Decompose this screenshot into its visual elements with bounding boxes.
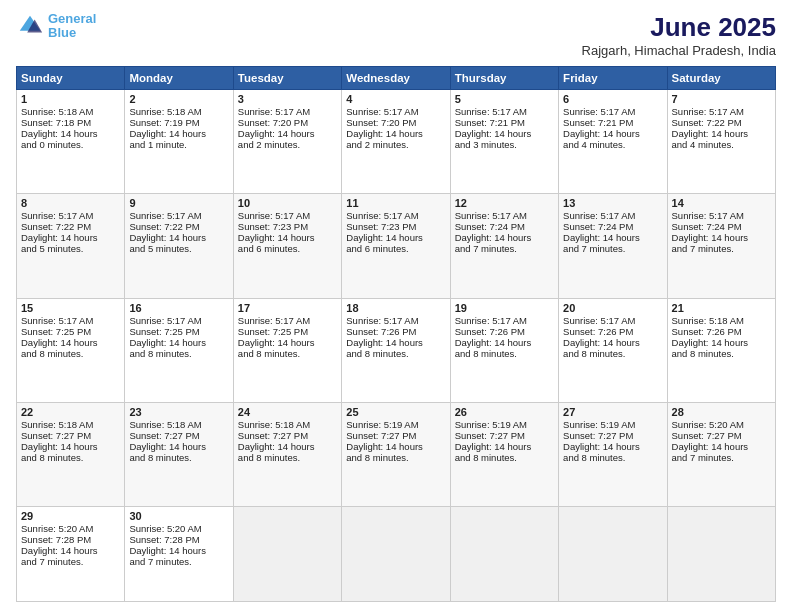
day-number: 7 (672, 93, 771, 105)
cell-line: Sunset: 7:24 PM (672, 221, 771, 232)
cell-line: and 4 minutes. (563, 139, 662, 150)
weekday-header: Monday (125, 67, 233, 90)
cell-line: Daylight: 14 hours (563, 128, 662, 139)
cell-line: Sunset: 7:23 PM (238, 221, 337, 232)
cell-line: Daylight: 14 hours (672, 128, 771, 139)
cell-line: Daylight: 14 hours (238, 128, 337, 139)
cell-line: Daylight: 14 hours (21, 128, 120, 139)
cell-line: Sunrise: 5:19 AM (563, 419, 662, 430)
cell-line: Sunrise: 5:17 AM (129, 315, 228, 326)
calendar-week-row: 1Sunrise: 5:18 AMSunset: 7:18 PMDaylight… (17, 90, 776, 194)
logo-line1: General (48, 11, 96, 26)
cell-line: Sunrise: 5:18 AM (21, 419, 120, 430)
calendar-cell: 12Sunrise: 5:17 AMSunset: 7:24 PMDayligh… (450, 194, 558, 298)
calendar-week-row: 22Sunrise: 5:18 AMSunset: 7:27 PMDayligh… (17, 402, 776, 506)
cell-line: Daylight: 14 hours (346, 337, 445, 348)
main-title: June 2025 (582, 12, 776, 43)
calendar-cell: 24Sunrise: 5:18 AMSunset: 7:27 PMDayligh… (233, 402, 341, 506)
cell-line: Sunrise: 5:17 AM (238, 315, 337, 326)
weekday-header: Tuesday (233, 67, 341, 90)
logo-text: General Blue (48, 12, 96, 41)
day-number: 2 (129, 93, 228, 105)
calendar-cell: 22Sunrise: 5:18 AMSunset: 7:27 PMDayligh… (17, 402, 125, 506)
cell-line: and 6 minutes. (346, 243, 445, 254)
cell-line: and 8 minutes. (129, 452, 228, 463)
cell-line: Sunset: 7:26 PM (672, 326, 771, 337)
cell-line: and 4 minutes. (672, 139, 771, 150)
cell-line: and 1 minute. (129, 139, 228, 150)
day-number: 20 (563, 302, 662, 314)
calendar-week-row: 15Sunrise: 5:17 AMSunset: 7:25 PMDayligh… (17, 298, 776, 402)
cell-line: and 7 minutes. (672, 243, 771, 254)
cell-line: Daylight: 14 hours (455, 441, 554, 452)
cell-line: Daylight: 14 hours (672, 337, 771, 348)
calendar-cell (450, 507, 558, 602)
cell-line: Daylight: 14 hours (238, 441, 337, 452)
cell-line: Sunset: 7:27 PM (21, 430, 120, 441)
day-number: 18 (346, 302, 445, 314)
cell-line: Sunset: 7:27 PM (563, 430, 662, 441)
day-number: 16 (129, 302, 228, 314)
calendar-cell: 15Sunrise: 5:17 AMSunset: 7:25 PMDayligh… (17, 298, 125, 402)
cell-line: Daylight: 14 hours (455, 232, 554, 243)
cell-line: Sunset: 7:26 PM (455, 326, 554, 337)
cell-line: and 8 minutes. (672, 348, 771, 359)
page: General Blue June 2025 Rajgarh, Himachal… (0, 0, 792, 612)
cell-line: Sunrise: 5:17 AM (672, 106, 771, 117)
calendar-cell: 21Sunrise: 5:18 AMSunset: 7:26 PMDayligh… (667, 298, 775, 402)
cell-line: Daylight: 14 hours (129, 441, 228, 452)
cell-line: Sunrise: 5:17 AM (346, 315, 445, 326)
subtitle: Rajgarh, Himachal Pradesh, India (582, 43, 776, 58)
day-number: 24 (238, 406, 337, 418)
cell-line: Sunset: 7:27 PM (238, 430, 337, 441)
day-number: 26 (455, 406, 554, 418)
calendar-cell: 26Sunrise: 5:19 AMSunset: 7:27 PMDayligh… (450, 402, 558, 506)
calendar-cell: 1Sunrise: 5:18 AMSunset: 7:18 PMDaylight… (17, 90, 125, 194)
calendar-cell: 20Sunrise: 5:17 AMSunset: 7:26 PMDayligh… (559, 298, 667, 402)
cell-line: and 8 minutes. (563, 452, 662, 463)
calendar-cell: 25Sunrise: 5:19 AMSunset: 7:27 PMDayligh… (342, 402, 450, 506)
cell-line: Daylight: 14 hours (21, 545, 120, 556)
weekday-header: Friday (559, 67, 667, 90)
day-number: 6 (563, 93, 662, 105)
weekday-header: Saturday (667, 67, 775, 90)
calendar-cell: 2Sunrise: 5:18 AMSunset: 7:19 PMDaylight… (125, 90, 233, 194)
cell-line: and 8 minutes. (21, 348, 120, 359)
cell-line: Sunset: 7:28 PM (21, 534, 120, 545)
cell-line: Sunrise: 5:19 AM (346, 419, 445, 430)
cell-line: Daylight: 14 hours (346, 128, 445, 139)
calendar-cell: 27Sunrise: 5:19 AMSunset: 7:27 PMDayligh… (559, 402, 667, 506)
cell-line: Sunrise: 5:17 AM (346, 210, 445, 221)
day-number: 14 (672, 197, 771, 209)
cell-line: Daylight: 14 hours (129, 545, 228, 556)
cell-line: and 8 minutes. (238, 348, 337, 359)
logo: General Blue (16, 12, 96, 41)
calendar-cell: 9Sunrise: 5:17 AMSunset: 7:22 PMDaylight… (125, 194, 233, 298)
cell-line: Sunset: 7:18 PM (21, 117, 120, 128)
cell-line: Sunset: 7:27 PM (129, 430, 228, 441)
cell-line: Sunset: 7:27 PM (455, 430, 554, 441)
top-area: General Blue June 2025 Rajgarh, Himachal… (16, 12, 776, 58)
calendar-cell: 16Sunrise: 5:17 AMSunset: 7:25 PMDayligh… (125, 298, 233, 402)
cell-line: and 6 minutes. (238, 243, 337, 254)
cell-line: Daylight: 14 hours (346, 232, 445, 243)
calendar-cell: 10Sunrise: 5:17 AMSunset: 7:23 PMDayligh… (233, 194, 341, 298)
cell-line: Daylight: 14 hours (563, 337, 662, 348)
cell-line: Daylight: 14 hours (563, 441, 662, 452)
cell-line: and 7 minutes. (672, 452, 771, 463)
calendar-week-row: 8Sunrise: 5:17 AMSunset: 7:22 PMDaylight… (17, 194, 776, 298)
cell-line: Sunrise: 5:20 AM (129, 523, 228, 534)
cell-line: and 7 minutes. (563, 243, 662, 254)
calendar-cell: 30Sunrise: 5:20 AMSunset: 7:28 PMDayligh… (125, 507, 233, 602)
day-number: 12 (455, 197, 554, 209)
logo-line2: Blue (48, 25, 76, 40)
cell-line: Sunrise: 5:17 AM (563, 315, 662, 326)
cell-line: Sunset: 7:28 PM (129, 534, 228, 545)
cell-line: Daylight: 14 hours (238, 232, 337, 243)
cell-line: and 7 minutes. (21, 556, 120, 567)
calendar-cell (667, 507, 775, 602)
calendar-cell (342, 507, 450, 602)
cell-line: Sunset: 7:25 PM (238, 326, 337, 337)
cell-line: and 7 minutes. (129, 556, 228, 567)
title-area: June 2025 Rajgarh, Himachal Pradesh, Ind… (582, 12, 776, 58)
